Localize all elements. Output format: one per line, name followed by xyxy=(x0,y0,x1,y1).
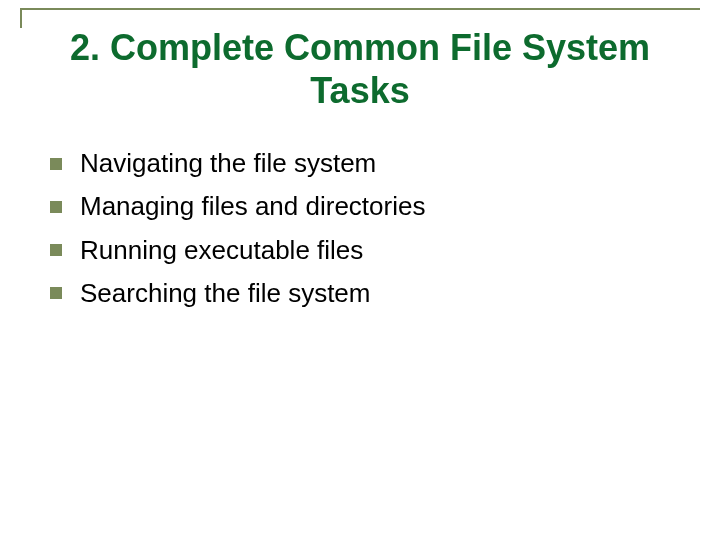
square-bullet-icon xyxy=(50,158,62,170)
list-item: Managing files and directories xyxy=(50,189,720,224)
bullet-text: Running executable files xyxy=(80,233,363,268)
bullet-text: Searching the file system xyxy=(80,276,370,311)
title-container: 2. Complete Common File System Tasks xyxy=(20,8,700,122)
slide-container: 2. Complete Common File System Tasks Nav… xyxy=(0,8,720,540)
slide-title: 2. Complete Common File System Tasks xyxy=(20,8,700,122)
square-bullet-icon xyxy=(50,244,62,256)
list-item: Running executable files xyxy=(50,233,720,268)
square-bullet-icon xyxy=(50,287,62,299)
square-bullet-icon xyxy=(50,201,62,213)
list-item: Searching the file system xyxy=(50,276,720,311)
title-border-top xyxy=(20,8,700,10)
bullet-list: Navigating the file system Managing file… xyxy=(0,146,720,310)
bullet-text: Navigating the file system xyxy=(80,146,376,181)
list-item: Navigating the file system xyxy=(50,146,720,181)
title-border-left xyxy=(20,8,22,28)
bullet-text: Managing files and directories xyxy=(80,189,425,224)
